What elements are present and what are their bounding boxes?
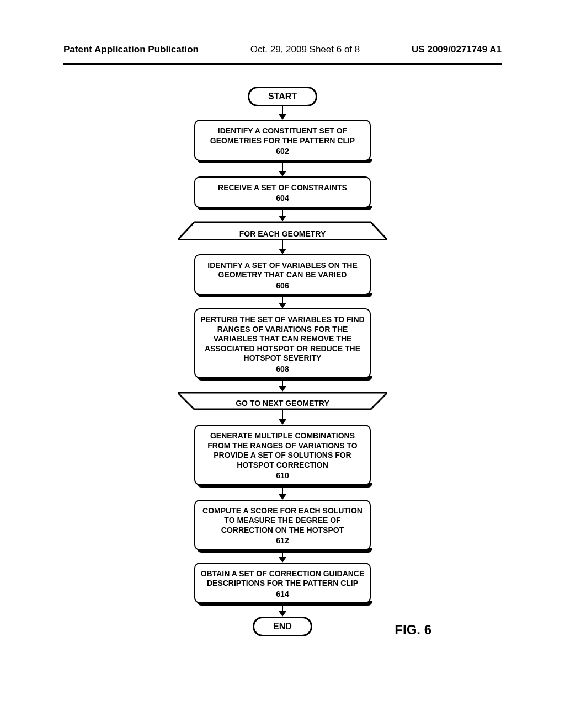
loop-start: FOR EACH GEOMETRY <box>178 221 387 240</box>
arrow <box>279 603 286 617</box>
loop-start-text: FOR EACH GEOMETRY <box>239 229 326 238</box>
step-606: IDENTIFY A SET OF VARIABLES ON THE GEOME… <box>194 254 371 296</box>
arrow <box>279 378 286 392</box>
step-612: COMPUTE A SCORE FOR EACH SOLUTION TO MEA… <box>194 500 371 550</box>
step-num: 614 <box>200 590 365 599</box>
step-608: PERTURB THE SET OF VARIABLES TO FIND RAN… <box>194 308 371 378</box>
flowchart: START IDENTIFY A CONSTITUENT SET OF GEOM… <box>0 65 565 636</box>
page-header: Patent Application Publication Oct. 29, … <box>0 0 565 61</box>
step-text: RECEIVE A SET OF CONSTRAINTS <box>218 183 347 192</box>
end-terminal: END <box>253 617 312 636</box>
header-left: Patent Application Publication <box>63 44 199 55</box>
step-text: OBTAIN A SET OF CORRECTION GUIDANCE DESC… <box>201 569 365 588</box>
step-num: 608 <box>200 365 365 374</box>
step-602: IDENTIFY A CONSTITUENT SET OF GEOMETRIES… <box>194 120 371 161</box>
arrow <box>279 161 286 176</box>
step-text: COMPUTE A SCORE FOR EACH SOLUTION TO MEA… <box>202 506 363 534</box>
header-center: Oct. 29, 2009 Sheet 6 of 8 <box>250 44 360 55</box>
step-614: OBTAIN A SET OF CORRECTION GUIDANCE DESC… <box>194 563 371 604</box>
step-text: IDENTIFY A SET OF VARIABLES ON THE GEOME… <box>207 261 357 280</box>
start-terminal: START <box>248 87 317 106</box>
step-num: 602 <box>200 147 365 157</box>
step-604: RECEIVE A SET OF CONSTRAINTS 604 <box>194 176 371 208</box>
arrow <box>279 550 286 563</box>
arrow <box>279 410 286 425</box>
step-num: 604 <box>200 194 365 204</box>
loop-end-text: GO TO NEXT GEOMETRY <box>236 399 329 408</box>
figure-label: FIG. 6 <box>395 622 431 636</box>
step-text: IDENTIFY A CONSTITUENT SET OF GEOMETRIES… <box>210 126 355 145</box>
loop-end: GO TO NEXT GEOMETRY <box>178 392 387 410</box>
step-num: 612 <box>200 536 365 546</box>
arrow <box>279 208 286 221</box>
header-right: US 2009/0271749 A1 <box>412 44 502 55</box>
step-num: 610 <box>200 471 365 481</box>
arrow <box>279 106 286 120</box>
step-text: PERTURB THE SET OF VARIABLES TO FIND RAN… <box>200 315 364 362</box>
step-num: 606 <box>200 281 365 291</box>
arrow <box>279 295 286 308</box>
step-text: GENERATE MULTIPLE COMBINATIONS FROM THE … <box>207 431 357 469</box>
step-610: GENERATE MULTIPLE COMBINATIONS FROM THE … <box>194 425 371 485</box>
arrow <box>279 485 286 500</box>
